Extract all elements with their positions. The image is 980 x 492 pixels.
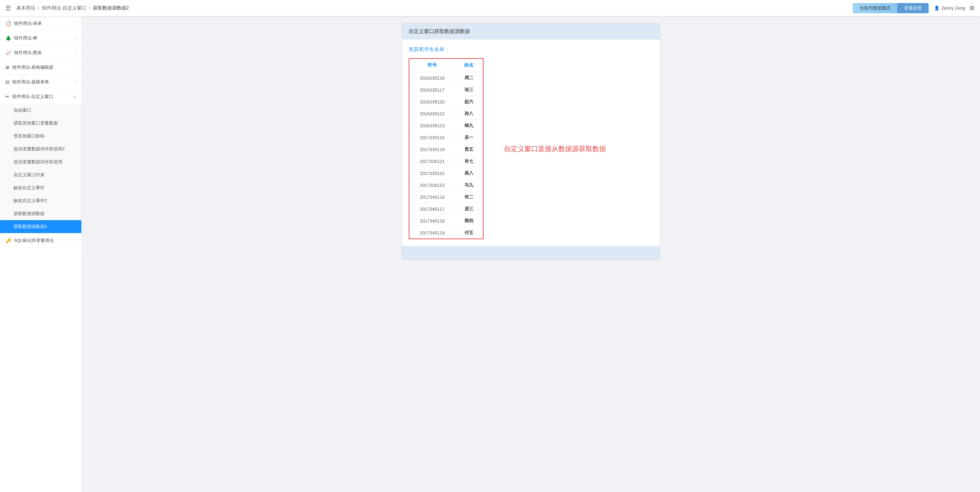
table-cell-id: 2017345117 [409,203,455,215]
table-cell-name: 商四 [455,215,483,227]
table-cell-name: 肖七 [455,156,483,167]
sidebar-item-custom-constraint[interactable]: 自定义窗口约束 [0,169,81,182]
sidebar-item-provide-variable[interactable]: 提供变量数据供外部使用 [0,156,81,169]
sidebar-item-trigger-event2[interactable]: 触发自定义事件2 [0,194,81,207]
sidebar-group-header-super-form[interactable]: ⊟ 组件用法-超级表单 〈 [0,75,81,89]
header-right: 👤 Zenny Zeng ⚙ [934,5,975,12]
table-cell-name: 付五 [455,227,483,239]
table-row: 2017335119贵五 [409,143,483,156]
table-cell-id: 2016335122 [409,108,455,120]
sql-icon: 🔑 [5,238,11,243]
table-row: 2016335123钱九 [409,120,483,132]
sidebar-group-label-chart: 组件用法-图表 [14,50,42,56]
variable-settings-button[interactable]: 变量设置 [897,3,929,13]
breadcrumb-sep2: > [89,6,91,11]
super-form-icon: ⊟ [5,79,10,85]
table-editor-icon: ⊞ [5,65,10,70]
students-table-container: 学号 姓名 2016335116周二2016335117张三2016335120… [409,58,484,239]
table-cell-id: 2017335122 [409,167,455,179]
sidebar-group-chart: 📈 组件用法-图表 〈 [0,46,81,60]
sidebar-group-header-chart[interactable]: 📈 组件用法-图表 〈 [0,46,81,60]
panel-body: 奖获奖学生名单： 学号 姓名 2016335116周二2016335117张 [402,40,660,246]
chart-icon: 📈 [5,50,11,56]
table-cell-id: 2017345118 [409,215,455,227]
sidebar-group-table-editor: ⊞ 组件用法-表格编辑器 〈 [0,60,81,75]
table-row: 2016335117张三 [409,84,483,96]
table-cell-name: 周二 [455,72,483,84]
sidebar-item-get-datasource[interactable]: 获取数据源数据 [0,207,81,220]
sidebar-group-left-chart: 📈 组件用法-图表 [5,50,42,56]
chevron-sql-icon: 〈 [72,238,76,243]
chevron-table-editor-icon: 〈 [72,65,76,70]
sidebar-group-form: 📋 组件用法-表单 〈 [0,16,81,31]
table-row: 2016335120赵六 [409,96,483,108]
sidebar-group-header-tree[interactable]: 🌲 组件用法-树 〈 [0,31,81,45]
sidebar-item-provide-variable2[interactable]: 提供变量数据供外部使用2 [0,143,81,156]
custom-window-icon: ✏ [5,94,10,99]
column-header-name: 姓名 [455,59,483,72]
sidebar-group-header-form[interactable]: 📋 组件用法-表单 〈 [0,16,81,30]
table-cell-id: 2016335116 [409,72,455,84]
breadcrumb-sep1: > [37,6,40,11]
table-row: 2017345117居三 [409,203,483,215]
sidebar-item-get-variable[interactable]: 获取其他窗口变量数据 [0,117,81,130]
table-row: 2017335121肖七 [409,156,483,167]
annotation-text: 自定义窗口直接从数据源获取数据 [504,144,606,153]
sidebar-group-super-form: ⊟ 组件用法-超级表单 〈 [0,75,81,89]
sidebar-group-tree: 🌲 组件用法-树 〈 [0,31,81,46]
chevron-super-form-icon: 〈 [72,80,76,85]
table-row: 2017345116何二 [409,191,483,203]
sidebar-group-header-table-editor[interactable]: ⊞ 组件用法-表格编辑器 〈 [0,60,81,75]
sidebar-group-label-form: 组件用法-表单 [14,21,42,27]
user-icon: 👤 [934,5,940,11]
sidebar-group-left-super-form: ⊟ 组件用法-超级表单 [5,79,49,85]
table-cell-id: 2017335115 [409,132,455,143]
content-panel: 自定义窗口获取数据源数据 奖获奖学生名单： 学号 姓名 [401,23,660,260]
sidebar-item-get-datasource2[interactable]: 获取数据源数据2 [0,220,81,233]
table-cell-name: 何二 [455,191,483,203]
main-content: 自定义窗口获取数据源数据 奖获奖学生名单： 学号 姓名 [82,16,980,492]
table-row: 2016335116周二 [409,72,483,84]
table-cell-id: 2016335123 [409,120,455,132]
table-cell-name: 吴一 [455,132,483,143]
sidebar-group-label-table-editor: 组件用法-表格编辑器 [12,64,53,70]
panel-title: 自定义窗口获取数据源数据 [409,28,470,34]
app-header: ☰ 基本用法 > 组件用法-自定义窗口 > 获取数据源数据2 当前为预览模式 变… [0,0,980,16]
breadcrumb-part1[interactable]: 基本用法 [16,5,35,11]
sidebar-group-header-custom-window[interactable]: ✏ 组件用法-自定义窗口 ∨ [0,89,81,104]
table-cell-id: 2016335120 [409,96,455,108]
table-cell-id: 2017335121 [409,156,455,167]
sidebar-group-header-sql[interactable]: 🔑 SQL标识符变量用法 〈 [0,233,81,248]
table-cell-name: 高八 [455,167,483,179]
preview-mode-button[interactable]: 当前为预览模式 [853,3,897,13]
sidebar: 📋 组件用法-表单 〈 🌲 组件用法-树 〈 📈 组件用法-图表 [0,16,82,492]
sidebar-group-custom-window: ✏ 组件用法-自定义窗口 ∨ 自由窗口 获取其他窗口变量数据 受其他窗口影响 提… [0,89,81,233]
sidebar-group-label-super-form: 组件用法-超级表单 [12,79,49,85]
username: Zenny Zeng [942,5,965,11]
table-header-row: 学号 姓名 [409,59,483,72]
user-info: 👤 Zenny Zeng [934,5,965,11]
table-row: 2017335122高八 [409,167,483,179]
breadcrumb-part2[interactable]: 组件用法-自定义窗口 [42,5,86,11]
gear-icon[interactable]: ⚙ [969,5,975,12]
table-cell-name: 钱九 [455,120,483,132]
sidebar-group-left-sql: 🔑 SQL标识符变量用法 [5,237,54,244]
table-cell-id: 2017345116 [409,191,455,203]
students-table: 学号 姓名 2016335116周二2016335117张三2016335120… [409,59,483,239]
panel-footer [402,246,660,260]
header-center: 当前为预览模式 变量设置 [853,3,929,13]
table-cell-id: 2017335123 [409,179,455,191]
sidebar-item-affected-by[interactable]: 受其他窗口影响 [0,130,81,143]
breadcrumb-current: 获取数据源数据2 [93,5,129,11]
chevron-form-icon: 〈 [72,21,76,26]
sidebar-group-label-custom-window: 组件用法-自定义窗口 [12,94,53,100]
column-header-id: 学号 [409,59,455,72]
sidebar-item-free-window[interactable]: 自由窗口 [0,104,81,117]
sidebar-group-left-table-editor: ⊞ 组件用法-表格编辑器 [5,64,53,70]
panel-header: 自定义窗口获取数据源数据 [402,24,660,40]
sidebar-item-trigger-event[interactable]: 触发自定义事件 [0,182,81,194]
hamburger-icon[interactable]: ☰ [5,5,11,12]
table-cell-id: 2017345119 [409,227,455,239]
table-cell-name: 居三 [455,203,483,215]
form-icon: 📋 [5,21,11,26]
